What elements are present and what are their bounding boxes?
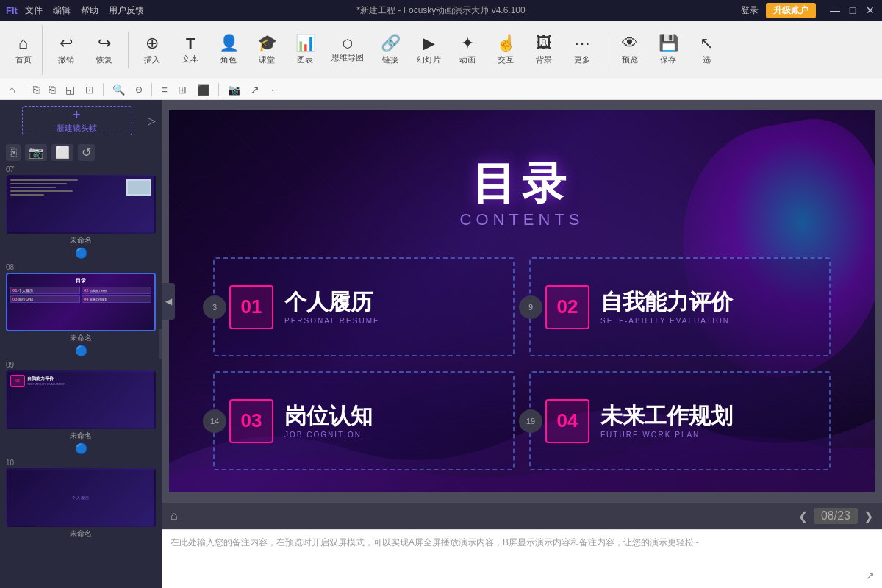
slide-main-title: 目录	[169, 154, 875, 214]
subtoolbar-navigate[interactable]: ←	[267, 82, 283, 97]
subtoolbar-zoomout[interactable]: ⊖	[132, 83, 146, 96]
subtoolbar-copy[interactable]: ⎘	[30, 82, 42, 97]
minimize-button[interactable]: —	[829, 4, 841, 16]
slide-item-10: 10 个人履历 未命名	[6, 459, 156, 539]
toolbar-text[interactable]: T 文本	[173, 24, 208, 76]
sub-sep-1	[24, 83, 24, 96]
main-area: + 新建镜头帧 ▷ ⎘ 📷 ⬜ ↺ 07	[0, 100, 882, 588]
slide-number-07: 07	[6, 165, 156, 173]
prev-slide-button[interactable]: ❮	[798, 509, 808, 523]
toolbar-save[interactable]: 💾 保存	[650, 24, 686, 76]
toolbar-role[interactable]: 👤 角色	[211, 24, 246, 76]
toolbar-slide[interactable]: ▶ 幻灯片	[411, 24, 447, 76]
content-card-03[interactable]: 14 03 岗位认知 JOB COGNITION	[213, 371, 514, 470]
next-slide-button[interactable]: ❯	[864, 509, 873, 523]
subtoolbar-paste[interactable]: ⎗	[46, 82, 58, 97]
sidebar-collapse-button[interactable]: ◀	[159, 329, 162, 359]
preview-label: 预览	[622, 54, 638, 65]
titlebar-right: 登录 升级账户 — □ ✕	[741, 3, 876, 18]
login-button[interactable]: 登录	[741, 4, 759, 17]
toolbar-redo[interactable]: ↪ 恢复	[87, 24, 122, 76]
thumb-cell-04: 04未来工作规划	[82, 295, 151, 303]
expand-icon-07[interactable]: 🔵	[6, 247, 156, 259]
content-card-02[interactable]: 9 02 自我能力评价 SELF-ABILITY EVALUATION	[529, 257, 831, 356]
card-badge-02: 9	[519, 295, 542, 319]
sidebar-arrow[interactable]: ▷	[148, 115, 156, 126]
content-card-04[interactable]: 19 04 未来工作规划 FUTURE WORK PLAN	[529, 371, 831, 470]
add-frame-button[interactable]: + 新建镜头帧	[22, 106, 132, 135]
class-icon: 🎓	[257, 34, 277, 53]
menu-item-feedback[interactable]: 用户反馈	[109, 4, 144, 17]
titlebar: FIt 文件 编辑 帮助 用户反馈 *新建工程 - Focusky动画演示大师 …	[0, 0, 882, 21]
subtoolbar-layers[interactable]: ⊞	[175, 82, 190, 97]
slide-number-10: 10	[6, 459, 156, 467]
expand-icon-08[interactable]: 🔵	[6, 345, 156, 356]
class-label: 课堂	[259, 54, 275, 65]
toolbar-preview[interactable]: 👁 预览	[612, 24, 648, 76]
canvas-wrapper[interactable]: ◀	[162, 100, 882, 503]
card-num-04: 04	[557, 409, 578, 432]
toolbar-link[interactable]: 🔗 链接	[373, 24, 408, 76]
chart-icon: 📊	[295, 34, 315, 53]
slide-canvas: 目录 CONTENTS 3 01 个人履历 PERSONAL RESUME	[169, 110, 875, 492]
toolbar-undo[interactable]: ↩ 撤销	[49, 24, 84, 76]
camera-button[interactable]: 📷	[25, 144, 47, 161]
close-button[interactable]: ✕	[864, 4, 876, 16]
animation-label: 动画	[459, 54, 476, 65]
menu-item-file[interactable]: 文件	[25, 4, 43, 17]
toolbar-insert[interactable]: ⊕ 插入	[135, 24, 170, 76]
card-num-01: 01	[241, 295, 262, 318]
toolbar-more[interactable]: ⋯ 更多	[564, 24, 600, 76]
toolbar-interact[interactable]: ☝ 交互	[488, 24, 523, 76]
subtoolbar-expand[interactable]: ↗	[248, 82, 262, 97]
toolbar-separator-2	[606, 32, 606, 68]
canvas-navigation: ❮ 08/23 ❯	[798, 508, 873, 524]
rotate-button[interactable]: ↺	[78, 144, 95, 161]
slide-thumb-content-09: 02 自我能力评价 SELF-ABILITY EVALUATION	[7, 372, 154, 428]
subtoolbar-home[interactable]: ⌂	[6, 82, 18, 97]
slide-thumb-08[interactable]: 目录 01个人履历 02自我能力评价 03岗位认知	[6, 273, 156, 331]
subtoolbar-screenshot[interactable]: 📷	[225, 82, 243, 97]
subtoolbar-zoomin[interactable]: 🔍	[110, 82, 128, 97]
thumb-badge-09: 02	[10, 375, 25, 387]
canvas-home-icon[interactable]: ⌂	[171, 509, 178, 523]
slide-thumb-09[interactable]: 02 自我能力评价 SELF-ABILITY EVALUATION	[6, 370, 156, 429]
upgrade-button[interactable]: 升级账户	[766, 3, 816, 18]
titlebar-menu: 文件 编辑 帮助 用户反馈	[25, 4, 144, 17]
subtoolbar-grid[interactable]: ⊡	[82, 82, 97, 97]
link-icon: 🔗	[381, 34, 401, 53]
slide-thumb-10[interactable]: 个人履历	[6, 468, 156, 527]
sidebar-tools: ⎘ 📷 ⬜ ↺	[0, 141, 162, 165]
mindmap-label: 思维导图	[331, 52, 364, 63]
preview-icon: 👁	[622, 34, 638, 53]
expand-icon-09[interactable]: 🔵	[6, 442, 156, 454]
thumb-cell-03: 03岗位认知	[10, 295, 80, 303]
canvas-sidebar-toggle[interactable]: ◀	[162, 283, 175, 320]
toolbar-select[interactable]: ↖ 选	[689, 24, 724, 76]
toolbar-bg[interactable]: 🖼 背景	[526, 24, 562, 76]
insert-label: 插入	[144, 54, 160, 65]
menu-item-help[interactable]: 帮助	[81, 4, 98, 17]
slide-item-07: 07	[6, 165, 156, 259]
card-box-02: 02	[545, 285, 589, 329]
restore-button[interactable]: □	[847, 4, 858, 16]
toolbar-mindmap[interactable]: ⬡ 思维导图	[326, 24, 370, 76]
subtoolbar-align[interactable]: ≡	[158, 82, 170, 97]
toolbar-chart[interactable]: 📊 图表	[287, 24, 323, 76]
slide-thumb-07[interactable]	[6, 175, 156, 234]
toolbar-class[interactable]: 🎓 课堂	[249, 24, 284, 76]
fit-button[interactable]: ⬜	[51, 144, 74, 161]
toolbar-home[interactable]: ⌂ 首页	[7, 24, 43, 76]
card-num-02: 02	[557, 295, 578, 318]
interact-icon: ☝	[496, 34, 516, 53]
subtoolbar-frame[interactable]: ◱	[62, 82, 78, 97]
menu-item-edit[interactable]: 编辑	[53, 4, 71, 17]
notes-expand-icon[interactable]: ↗	[866, 567, 875, 584]
copy-frame-button[interactable]: ⎘	[6, 144, 21, 161]
subtoolbar-fill[interactable]: ⬛	[194, 82, 212, 97]
notes-area[interactable]: 在此处输入您的备注内容，在预览时开启双屏模式，可以实现A屏全屏播放演示内容，B屏…	[162, 529, 882, 588]
role-label: 角色	[220, 54, 237, 65]
card-text-02: 自我能力评价 SELF-ABILITY EVALUATION	[600, 290, 814, 325]
content-card-01[interactable]: 3 01 个人履历 PERSONAL RESUME	[213, 257, 514, 356]
toolbar-animation[interactable]: ✦ 动画	[450, 24, 485, 76]
